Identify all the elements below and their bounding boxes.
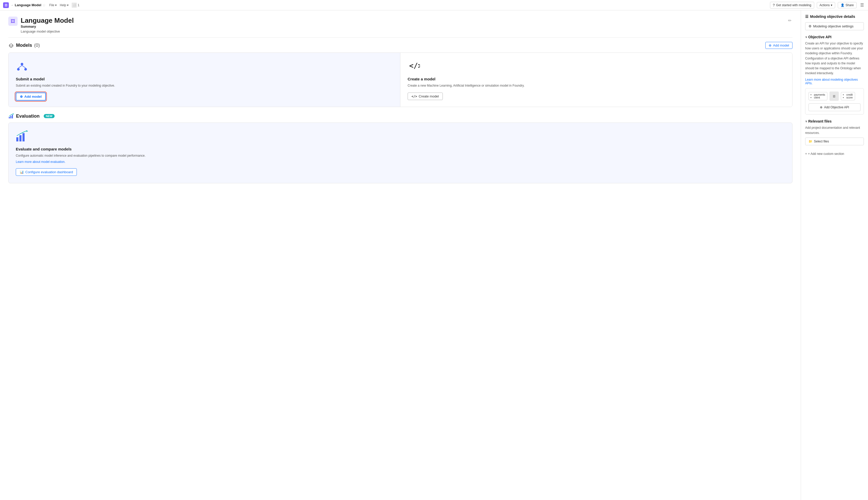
objective-api-section: ∨ Objective API Create an API for your o… — [805, 35, 864, 115]
models-icon — [8, 43, 14, 48]
plus-icon: + — [805, 152, 807, 156]
chevron-down-icon: ∨ — [805, 35, 807, 39]
folder-icon — [809, 140, 812, 143]
create-model-button[interactable]: </> Create model — [408, 93, 443, 100]
sidebar-title: ☰ Modeling objective details — [805, 14, 864, 19]
create-model-title: Create a model — [408, 77, 785, 81]
relevant-files-desc: Add project documentation and relevant r… — [805, 125, 864, 135]
eval-card-title: Evaluate and compare models — [16, 147, 785, 151]
breadcrumb: → Language Model ☆ — [10, 3, 46, 7]
svg-rect-11 — [19, 135, 21, 141]
submit-model-card: Submit a model Submit an existing model … — [9, 53, 401, 107]
new-badge: NEW — [44, 114, 55, 118]
objective-api-desc: Create an API for your objective to spec… — [805, 41, 864, 76]
page-header: 🖼 Language Model ✏ Summary Language mode… — [8, 16, 792, 33]
file-menu-file[interactable]: File ▾ — [49, 3, 57, 7]
eval-card-desc: Configure automatic model inference and … — [16, 153, 785, 158]
eval-section-header: Evaluation NEW — [8, 113, 792, 119]
page-header-text: Language Model ✏ Summary Language model … — [21, 16, 792, 33]
select-files-button[interactable]: Select files — [805, 138, 864, 145]
summary-text: Language model objective — [21, 30, 792, 33]
plus-circle-icon: ⊕ — [769, 43, 771, 47]
share-button[interactable]: 👤 Share — [838, 2, 857, 8]
file-menu-help[interactable]: Help ▾ — [60, 3, 69, 7]
objective-api-learn-more[interactable]: Learn more about modeling objectives API… — [805, 78, 864, 85]
objective-api-title[interactable]: ∨ Objective API — [805, 35, 864, 39]
page-title-breadcrumb: Language Model — [15, 3, 41, 7]
file-menu: File ▾ Help ▾ ⬜ 1 — [49, 3, 79, 8]
gear-icon — [809, 24, 812, 28]
api-tag-payments: payments client — [809, 92, 827, 100]
image-icon: 🖼 — [833, 95, 835, 98]
hamburger-icon: ☰ — [860, 3, 864, 7]
create-model-desc: Create a new Machine Learning, Artificia… — [408, 83, 785, 88]
actions-button[interactable]: Actions ▾ — [817, 2, 835, 8]
svg-rect-7 — [10, 116, 11, 118]
svg-rect-12 — [23, 133, 25, 141]
relevant-files-section: ∨ Relevant files Add project documentati… — [805, 119, 864, 145]
evaluation-card: Evaluate and compare models Configure au… — [8, 123, 792, 183]
api-widget-image: 🖼 — [830, 92, 839, 101]
page-header-icon: 🖼 — [8, 16, 18, 26]
eval-section-title: Evaluation NEW — [8, 113, 55, 119]
api-widget: payments client 🖼 credit score — [805, 88, 864, 115]
chart-icon-btn: 📊 — [20, 170, 24, 174]
topbar-right: ? Get started with modeling Actions ▾ 👤 … — [770, 2, 865, 9]
sidebar-lines-icon: ☰ — [805, 14, 809, 19]
evaluation-section: Evaluation NEW Evaluate and compare mode… — [8, 113, 792, 183]
svg-rect-8 — [12, 115, 13, 118]
add-model-button-top[interactable]: ⊕ Add model — [765, 42, 792, 49]
create-model-card: </> Create a model Create a new Machine … — [401, 53, 792, 107]
modeling-objective-settings-button[interactable]: Modeling objective settings — [805, 22, 864, 30]
api-widget-inner: payments client 🖼 credit score — [809, 92, 860, 101]
plus-circle-icon-api: ⊕ — [820, 105, 822, 109]
add-model-button-card[interactable]: ⊕ Add model — [16, 93, 46, 101]
topbar: 🖼 → Language Model ☆ File ▾ Help ▾ ⬜ 1 ?… — [0, 0, 868, 10]
svg-point-1 — [17, 68, 20, 71]
models-cards-grid: Submit a model Submit an existing model … — [8, 53, 792, 107]
topbar-left: 🖼 → Language Model ☆ File ▾ Help ▾ ⬜ 1 — [3, 2, 768, 8]
models-section-title: Models (0) — [8, 43, 40, 48]
sidebar: ☰ Modeling objective details Modeling ob… — [801, 10, 868, 500]
svg-point-0 — [21, 63, 23, 65]
svg-rect-6 — [9, 117, 10, 118]
code-icon-btn: </> — [412, 95, 417, 98]
evaluation-icon — [8, 113, 14, 119]
breadcrumb-arrow: → — [10, 3, 14, 7]
add-objective-api-button[interactable]: ⊕ Add Objective API — [809, 103, 860, 111]
page-indicator: ⬜ 1 — [72, 3, 79, 8]
get-started-button[interactable]: ? Get started with modeling — [770, 2, 814, 9]
share-icon: 👤 — [841, 3, 844, 7]
chevron-down-icon-files: ∨ — [805, 120, 807, 123]
svg-line-3 — [18, 65, 22, 68]
configure-eval-button[interactable]: 📊 Configure evaluation dashboard — [16, 168, 77, 176]
svg-text:</>: </> — [409, 61, 420, 70]
pencil-icon: ✏ — [788, 18, 791, 23]
plus-circle-icon-btn: ⊕ — [20, 95, 23, 99]
header-divider — [8, 37, 792, 38]
summary-label: Summary — [21, 25, 792, 29]
eval-learn-more-link[interactable]: Learn more about model evaluation. — [16, 160, 785, 164]
edit-summary-button[interactable]: ✏ — [787, 17, 792, 24]
add-custom-section[interactable]: + + Add new custom section — [805, 150, 864, 158]
api-tag-credit: credit score — [841, 92, 855, 100]
page-icon: ⬜ — [72, 3, 77, 8]
svg-point-2 — [24, 68, 27, 71]
relevant-files-title[interactable]: ∨ Relevant files — [805, 119, 864, 123]
question-icon: ? — [773, 3, 775, 7]
eval-card-icon — [16, 130, 785, 143]
network-icon — [16, 60, 28, 72]
svg-marker-13 — [26, 130, 28, 132]
svg-line-4 — [22, 65, 26, 68]
eval-chart-icon — [16, 130, 28, 143]
create-model-icon: </> — [408, 60, 785, 73]
page-type-icon: 🖼 — [3, 2, 9, 8]
submit-model-title: Submit a model — [16, 77, 393, 81]
sidebar-toggle-button[interactable]: ☰ — [859, 2, 865, 8]
submit-model-icon — [16, 60, 393, 73]
models-count: (0) — [34, 43, 40, 48]
code-icon: </> — [408, 60, 420, 72]
main-layout: 🖼 Language Model ✏ Summary Language mode… — [0, 10, 868, 500]
favorite-star[interactable]: ☆ — [42, 3, 46, 7]
models-section-header: Models (0) ⊕ Add model — [8, 42, 792, 49]
